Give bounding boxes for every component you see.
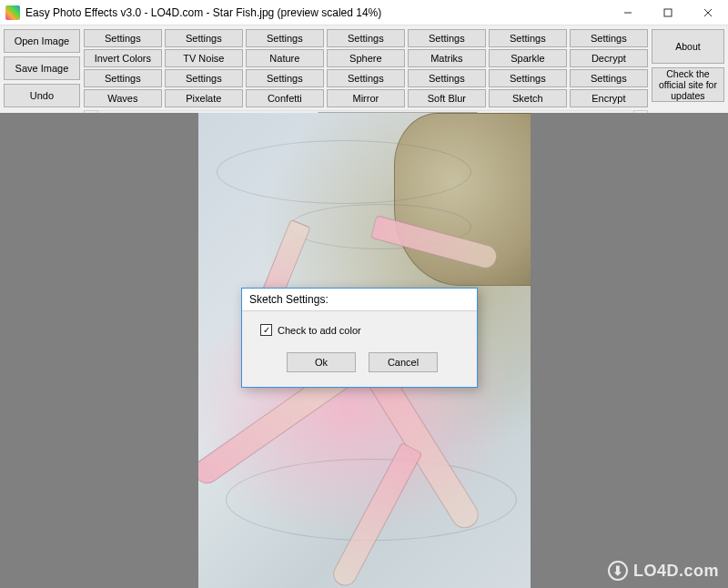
- effect-settings-button[interactable]: Settings: [246, 29, 324, 47]
- effect-col: SettingsWaves: [84, 69, 162, 107]
- app-icon: [5, 5, 20, 20]
- download-icon: ⬇: [608, 561, 628, 581]
- effect-apply-button[interactable]: Confetti: [246, 89, 324, 107]
- effect-col: SettingsMatriks: [408, 29, 486, 67]
- undo-button[interactable]: Undo: [4, 84, 80, 107]
- effect-col: SettingsSphere: [327, 29, 405, 67]
- effect-apply-button[interactable]: Sketch: [489, 89, 567, 107]
- ok-button[interactable]: Ok: [287, 352, 356, 372]
- effect-settings-button[interactable]: Settings: [165, 69, 243, 87]
- effect-col: SettingsConfetti: [246, 69, 324, 107]
- effect-col: SettingsMirror: [327, 69, 405, 107]
- effect-col: SettingsTV Noise: [165, 29, 243, 67]
- effect-settings-button[interactable]: Settings: [408, 69, 486, 87]
- effect-apply-button[interactable]: Pixelate: [165, 89, 243, 107]
- effect-settings-button[interactable]: Settings: [408, 29, 486, 47]
- add-color-checkbox-row[interactable]: ✓ Check to add color: [260, 324, 464, 336]
- effects-row-1: SettingsInvert ColorsSettingsTV NoiseSet…: [84, 29, 648, 67]
- effect-apply-button[interactable]: Encrypt: [570, 89, 648, 107]
- effect-col: SettingsDecrypt: [570, 29, 648, 67]
- svg-rect-1: [664, 9, 672, 16]
- watermark: ⬇ LO4D.com: [608, 561, 719, 581]
- effect-settings-button[interactable]: Settings: [489, 29, 567, 47]
- window-controls: [608, 0, 728, 25]
- minimize-button[interactable]: [608, 0, 648, 25]
- sketch-settings-dialog: Sketch Settings: ✓ Check to add color Ok…: [241, 288, 478, 388]
- effect-apply-button[interactable]: Nature: [246, 49, 324, 67]
- effect-apply-button[interactable]: Mirror: [327, 89, 405, 107]
- effect-apply-button[interactable]: Soft Blur: [408, 89, 486, 107]
- effect-settings-button[interactable]: Settings: [570, 29, 648, 47]
- effect-col: SettingsSparkle: [489, 29, 567, 67]
- effect-col: SettingsEncrypt: [570, 69, 648, 107]
- effect-settings-button[interactable]: Settings: [570, 69, 648, 87]
- watermark-text: LO4D.com: [633, 562, 719, 581]
- effect-settings-button[interactable]: Settings: [84, 69, 162, 87]
- effect-col: SettingsSketch: [489, 69, 567, 107]
- effect-col: SettingsSoft Blur: [408, 69, 486, 107]
- add-color-label: Check to add color: [278, 325, 361, 336]
- effect-settings-button[interactable]: Settings: [165, 29, 243, 47]
- effect-settings-button[interactable]: Settings: [327, 69, 405, 87]
- cancel-button[interactable]: Cancel: [369, 352, 438, 372]
- effect-settings-button[interactable]: Settings: [84, 29, 162, 47]
- effects-panel: SettingsInvert ColorsSettingsTV NoiseSet…: [84, 29, 648, 125]
- effect-apply-button[interactable]: TV Noise: [165, 49, 243, 67]
- effect-settings-button[interactable]: Settings: [489, 69, 567, 87]
- effect-apply-button[interactable]: Sparkle: [489, 49, 567, 67]
- save-image-button[interactable]: Save Image: [4, 56, 80, 80]
- effect-apply-button[interactable]: Waves: [84, 89, 162, 107]
- add-color-checkbox[interactable]: ✓: [260, 324, 272, 336]
- effect-apply-button[interactable]: Decrypt: [570, 49, 648, 67]
- effect-apply-button[interactable]: Sphere: [327, 49, 405, 67]
- effect-col: SettingsPixelate: [165, 69, 243, 107]
- effect-settings-button[interactable]: Settings: [246, 69, 324, 87]
- check-updates-button[interactable]: Check the official site for updates: [652, 67, 724, 102]
- title-bar: Easy Photo Effects v3.0 - LO4D.com - Sta…: [0, 0, 728, 25]
- file-buttons: Open Image Save Image Undo: [4, 29, 80, 125]
- effect-col: SettingsInvert Colors: [84, 29, 162, 67]
- close-button[interactable]: [688, 0, 728, 25]
- effect-col: SettingsNature: [246, 29, 324, 67]
- toolbar: Open Image Save Image Undo SettingsInver…: [0, 25, 728, 127]
- dialog-title: Sketch Settings:: [242, 289, 477, 311]
- effect-settings-button[interactable]: Settings: [327, 29, 405, 47]
- effect-apply-button[interactable]: Invert Colors: [84, 49, 162, 67]
- info-buttons: About Check the official site for update…: [652, 29, 724, 125]
- about-button[interactable]: About: [652, 29, 724, 64]
- maximize-button[interactable]: [648, 0, 688, 25]
- effects-row-2: SettingsWavesSettingsPixelateSettingsCon…: [84, 69, 648, 107]
- effect-apply-button[interactable]: Matriks: [408, 49, 486, 67]
- window-title: Easy Photo Effects v3.0 - LO4D.com - Sta…: [25, 6, 608, 19]
- open-image-button[interactable]: Open Image: [4, 29, 80, 53]
